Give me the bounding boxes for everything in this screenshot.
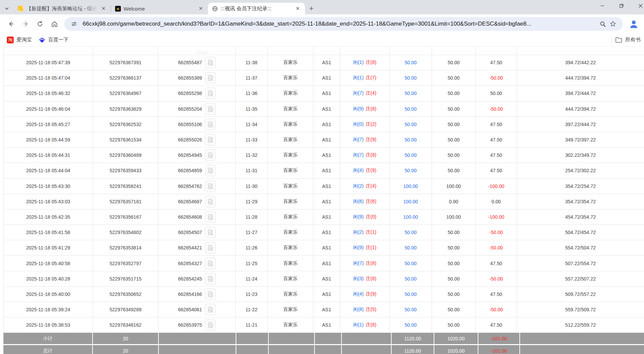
video-file-icon [207, 199, 213, 205]
url-omnibox[interactable]: 66cxkj98.com/game/betrecord_search/kind3… [64, 17, 623, 31]
video-replay-button[interactable] [205, 180, 216, 192]
bet-amount[interactable]: 100.00 [390, 179, 432, 194]
game-name: 百家乐 [268, 148, 313, 163]
video-replay-button[interactable] [205, 149, 216, 161]
result-banker: 庄(8) [366, 276, 376, 282]
bookmark-taobao[interactable]: 淘 爱淘宝 [3, 35, 35, 45]
table-code: AS1 [313, 179, 340, 194]
baidu-paw-icon [39, 37, 45, 43]
round-number: 11-34 [236, 117, 268, 132]
video-replay-button[interactable] [205, 273, 216, 285]
bet-amount[interactable]: 50.00 [390, 70, 432, 85]
bet-amount[interactable]: 50.00 [390, 271, 432, 286]
bookmark-baidu[interactable]: 百度一下 [35, 35, 72, 45]
video-replay-button[interactable] [205, 87, 216, 99]
table-row: 2025-11-18 05:47:39 522976367391 6628554… [3, 55, 644, 70]
bet-amount[interactable]: 50.00 [390, 117, 432, 132]
video-replay-button[interactable] [205, 304, 216, 315]
bet-amount[interactable]: 100.00 [390, 209, 432, 224]
video-replay-button[interactable] [205, 288, 216, 300]
bet-id: 522976367391 [93, 55, 158, 70]
video-replay-button[interactable] [205, 119, 216, 130]
close-window-button[interactable] [631, 0, 644, 12]
bet-amount[interactable]: 50.00 [390, 163, 432, 178]
win-loss: -100.00 [476, 179, 517, 194]
bet-amount[interactable]: 50.00 [390, 240, 432, 255]
round-id: 662855106 [178, 122, 202, 127]
video-replay-button[interactable] [205, 242, 216, 254]
bet-amount[interactable]: 100.00 [390, 194, 432, 209]
result-banker: 庄(8) [366, 260, 376, 267]
video-replay-button[interactable] [205, 258, 216, 269]
tab-search-chevron-icon[interactable] [0, 3, 14, 14]
url-text[interactable]: 66cxkj98.com/game/betrecord_search/kind3… [83, 21, 594, 27]
result-banker: 庄(8) [366, 322, 376, 328]
table-row: 2025-11-18 05:38:53 522976348162 6628539… [3, 317, 644, 333]
table-code: AS1 [313, 86, 340, 101]
round-number: 11-24 [236, 271, 268, 286]
video-replay-button[interactable] [205, 319, 216, 331]
home-icon[interactable] [47, 17, 61, 31]
close-icon[interactable]: ✕ [197, 5, 205, 12]
bet-time: 2025-11-18 05:41:58 [4, 225, 93, 240]
video-replay-button[interactable] [205, 72, 216, 84]
balance-before-after: 354.72/254.72 [517, 179, 644, 194]
bet-amount[interactable]: 50.00 [390, 287, 432, 302]
round-id: 662855487 [178, 60, 202, 65]
video-replay-button[interactable] [205, 211, 216, 223]
table-code: AS1 [313, 209, 340, 224]
bet-amount[interactable]: 50.00 [390, 302, 432, 317]
tab-welcome[interactable]: Welcome ✕ [111, 3, 208, 14]
bookmark-star-icon[interactable] [608, 19, 618, 29]
zoom-magnifier-icon[interactable] [598, 19, 608, 29]
new-tab-button[interactable]: + [305, 3, 318, 14]
tab-betrecord-active[interactable]: :::视讯 会员下注纪录::: ✕ [208, 3, 305, 14]
video-file-icon [207, 214, 213, 220]
bet-id: 522976361534 [93, 132, 158, 147]
close-icon[interactable]: ✕ [100, 5, 107, 12]
video-replay-button[interactable] [205, 165, 216, 176]
restore-button[interactable] [612, 0, 631, 12]
balance-before-after: 454.72/354.72 [517, 209, 644, 224]
table-row: 2025-11-18 05:46:32 522976364967 6628552… [3, 86, 644, 101]
table-row: 2025-11-18 05:45:27 522976362532 6628551… [3, 117, 644, 132]
forward-icon[interactable] [18, 17, 33, 31]
profile-avatar[interactable] [628, 18, 640, 30]
bet-amount[interactable]: 50.00 [390, 55, 432, 70]
bet-time: 2025-11-18 05:44:59 [4, 132, 93, 147]
tab-forum[interactable]: 【新提醒】海燕策略论坛 - 综合 ✕ [14, 3, 111, 14]
table-row: 2025-11-18 05:47:04 522976366137 6628553… [3, 70, 644, 86]
video-replay-button[interactable] [205, 103, 216, 115]
valid-amount: 50.00 [432, 86, 476, 101]
bet-time: 2025-11-18 05:47:04 [4, 70, 93, 85]
result-player: 闲(2) [353, 183, 364, 189]
bet-amount[interactable]: 50.00 [390, 317, 432, 332]
video-replay-button[interactable] [205, 196, 216, 207]
site-settings-tune-icon[interactable] [69, 19, 79, 29]
bet-amount[interactable]: 50.00 [390, 225, 432, 240]
reload-icon[interactable] [33, 17, 47, 31]
game-name: 百家乐 [268, 117, 313, 132]
bet-amount[interactable]: 50.00 [390, 148, 432, 163]
result-player: 闲(1) [353, 75, 364, 81]
game-name: 百家乐 [268, 55, 313, 70]
round-number: 11-21 [236, 317, 268, 332]
bet-amount[interactable]: 50.00 [390, 86, 432, 101]
bet-amount[interactable]: 50.00 [390, 101, 432, 117]
minimize-button[interactable] [593, 0, 612, 12]
video-replay-button[interactable] [205, 57, 216, 68]
result-banker: 庄(7) [366, 75, 376, 81]
close-icon[interactable]: ✕ [294, 5, 302, 12]
all-bookmarks-folder[interactable]: 所有书 [615, 37, 641, 43]
game-name: 百家乐 [268, 163, 313, 178]
table-row: 2025-11-18 05:41:58 522976354802 6628545… [3, 225, 644, 240]
result-banker: 庄(8) [366, 106, 376, 112]
back-icon[interactable] [4, 17, 18, 31]
valid-amount: 50.00 [432, 317, 476, 332]
video-replay-button[interactable] [205, 134, 216, 146]
video-replay-button[interactable] [205, 227, 216, 238]
bet-amount[interactable]: 50.00 [390, 256, 432, 271]
game-name: 百家乐 [268, 209, 313, 224]
bet-time: 2025-11-18 05:43:03 [4, 194, 93, 209]
bet-amount[interactable]: 50.00 [390, 132, 432, 147]
